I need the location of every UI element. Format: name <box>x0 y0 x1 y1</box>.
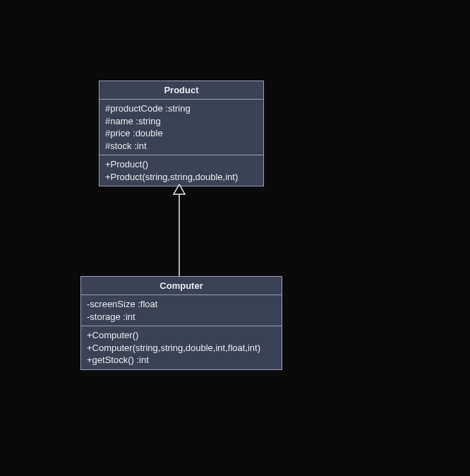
uml-class-title: Product <box>100 81 263 100</box>
uml-attribute: #price :double <box>105 127 258 140</box>
uml-operation: +Product(string,string,double,int) <box>105 171 258 184</box>
uml-attribute: #productCode :string <box>105 102 258 115</box>
uml-operations: +Product() +Product(string,string,double… <box>100 155 263 186</box>
uml-attribute: -screenSize :float <box>87 298 276 311</box>
uml-canvas: Product #productCode :string #name :stri… <box>0 0 470 476</box>
uml-attribute: #name :string <box>105 115 258 128</box>
uml-operation: +Product() <box>105 158 258 171</box>
uml-operation: +getStock() :int <box>87 354 276 367</box>
uml-operation: +Computer() <box>87 329 276 342</box>
uml-operations: +Computer() +Computer(string,string,doub… <box>81 326 282 369</box>
uml-attributes: -screenSize :float -storage :int <box>81 295 282 326</box>
uml-class-computer: Computer -screenSize :float -storage :in… <box>80 276 282 370</box>
generalization-arrow-icon <box>172 184 186 276</box>
uml-attributes: #productCode :string #name :string #pric… <box>100 100 263 155</box>
uml-attribute: #stock :int <box>105 140 258 153</box>
uml-attribute: -storage :int <box>87 311 276 323</box>
uml-operation: +Computer(string,string,double,int,float… <box>87 342 276 355</box>
uml-class-product: Product #productCode :string #name :stri… <box>99 81 264 186</box>
uml-class-title: Computer <box>81 277 282 295</box>
